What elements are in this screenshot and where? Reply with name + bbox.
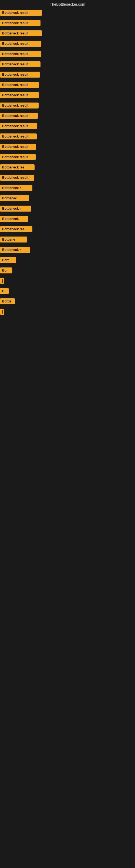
- bottleneck-badge[interactable]: Bottleneck result: [0, 82, 39, 88]
- bottleneck-badge[interactable]: Bottleneck result: [0, 51, 41, 57]
- bottleneck-badge[interactable]: Bottleneck r: [0, 247, 30, 253]
- badge-row: Bottleneck result: [0, 142, 135, 152]
- bottleneck-badge[interactable]: Bottleneck result: [0, 175, 34, 181]
- badges-container: Bottleneck resultBottleneck resultBottle…: [0, 8, 135, 317]
- badge-row: |: [0, 276, 135, 286]
- bottleneck-badge[interactable]: |: [0, 278, 4, 284]
- bottleneck-badge[interactable]: Bottleneck result: [0, 41, 41, 46]
- bottleneck-badge[interactable]: Bottleneck result: [0, 102, 39, 108]
- badge-row: Bottleneck result: [0, 100, 135, 111]
- badge-row: Bottleneck res: [0, 162, 135, 173]
- badge-row: Bottleneck result: [0, 18, 135, 28]
- badge-row: Bottleneck result: [0, 49, 135, 59]
- bottleneck-badge[interactable]: Bottleneck result: [0, 123, 37, 129]
- bottleneck-badge[interactable]: Bottleneck result: [0, 20, 41, 26]
- badge-row: Bottleneck result: [0, 121, 135, 131]
- badge-row: Bottleneck result: [0, 90, 135, 100]
- bottleneck-badge[interactable]: Bottleneck result: [0, 113, 38, 119]
- badge-row: Bottleneck result: [0, 131, 135, 142]
- badge-row: Bo: [0, 265, 135, 276]
- bottleneck-badge[interactable]: Bottleneck res: [0, 164, 35, 170]
- bottleneck-badge[interactable]: Bottleneck r: [0, 206, 31, 212]
- bottleneck-badge[interactable]: Bottleneck result: [0, 10, 42, 16]
- badge-row: Bottle: [0, 296, 135, 307]
- badge-row: Bottleneck result: [0, 38, 135, 49]
- badge-row: Bott: [0, 255, 135, 265]
- bottleneck-badge[interactable]: Bottle: [0, 299, 15, 304]
- bottleneck-badge[interactable]: Bottleneck res: [0, 226, 32, 232]
- bottleneck-badge[interactable]: Bottleneck result: [0, 30, 42, 36]
- bottleneck-badge[interactable]: Bo: [0, 268, 12, 273]
- bottleneck-badge[interactable]: Bott: [0, 257, 16, 263]
- badge-row: |: [0, 307, 135, 317]
- bottleneck-badge[interactable]: Bottleneck result: [0, 61, 41, 67]
- badge-row: Bottleneck result: [0, 111, 135, 121]
- badge-row: Bottlene: [0, 235, 135, 245]
- bottleneck-badge[interactable]: Bottlenec: [0, 195, 29, 201]
- badge-row: Bottleneck: [0, 214, 135, 224]
- badge-row: Bottleneck result: [0, 59, 135, 69]
- badge-row: Bottlenec: [0, 193, 135, 204]
- badge-row: Bottleneck r: [0, 245, 135, 255]
- bottleneck-badge[interactable]: Bottleneck result: [0, 92, 39, 98]
- bottleneck-badge[interactable]: Bottleneck result: [0, 144, 36, 150]
- bottleneck-badge[interactable]: |: [0, 309, 4, 315]
- badge-row: Bottleneck result: [0, 8, 135, 18]
- badge-row: Bottleneck result: [0, 69, 135, 80]
- bottleneck-badge[interactable]: B: [0, 288, 9, 294]
- badge-row: Bottleneck r: [0, 183, 135, 193]
- bottleneck-badge[interactable]: Bottlene: [0, 237, 27, 243]
- badge-row: Bottleneck result: [0, 152, 135, 162]
- bottleneck-badge[interactable]: Bottleneck result: [0, 72, 40, 78]
- badge-row: Bottleneck res: [0, 224, 135, 235]
- badge-row: Bottleneck result: [0, 80, 135, 90]
- bottleneck-badge[interactable]: Bottleneck result: [0, 133, 37, 140]
- badge-row: Bottleneck r: [0, 204, 135, 214]
- bottleneck-badge[interactable]: Bottleneck: [0, 216, 28, 222]
- badge-row: B: [0, 286, 135, 296]
- badge-row: Bottleneck result: [0, 173, 135, 183]
- bottleneck-badge[interactable]: Bottleneck result: [0, 154, 36, 160]
- bottleneck-badge[interactable]: Bottleneck r: [0, 185, 32, 191]
- badge-row: Bottleneck result: [0, 28, 135, 38]
- site-title: TheBottlenecker.com: [50, 2, 85, 6]
- site-header: TheBottlenecker.com: [0, 0, 135, 8]
